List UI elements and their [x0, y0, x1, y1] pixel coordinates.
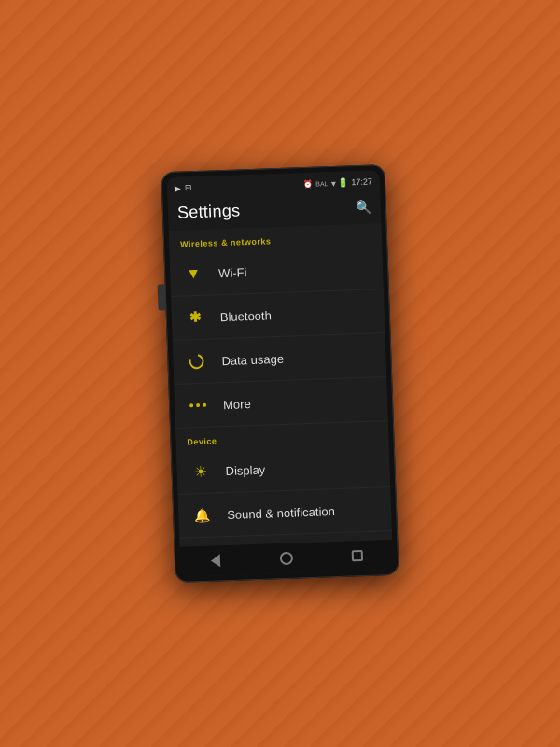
- nav-bar: [179, 540, 393, 577]
- status-left-icons: ▶ ⊟: [175, 183, 192, 193]
- settings-item-data-usage[interactable]: Data usage: [173, 333, 387, 385]
- signal-icon: ▾: [330, 177, 335, 188]
- media-status-icon: ▶: [175, 184, 181, 193]
- data-usage-icon: [184, 349, 209, 374]
- bluetooth-label: Bluetooth: [220, 308, 272, 324]
- bal-label: BAL: [315, 180, 328, 187]
- status-right-info: ⏰ BAL ▾ 🔋 17:27: [303, 176, 372, 190]
- nav-recent-button[interactable]: [348, 546, 368, 566]
- settings-item-sound[interactable]: 🔔 Sound & notification: [177, 487, 392, 539]
- settings-item-more[interactable]: More: [174, 377, 388, 429]
- sound-icon: 🔔: [189, 503, 215, 529]
- wifi-icon: ▼: [181, 261, 206, 287]
- phone-screen: ▶ ⊟ ⏰ BAL ▾ 🔋 17:27 Settings 🔍 Wireless …: [167, 170, 394, 577]
- settings-item-display[interactable]: ☀ Display: [176, 444, 391, 495]
- sim-status-icon: ⊟: [185, 183, 192, 192]
- bluetooth-icon: ✱: [182, 305, 207, 331]
- page-title: Settings: [177, 201, 241, 222]
- phone-device: ▶ ⊟ ⏰ BAL ▾ 🔋 17:27 Settings 🔍 Wireless …: [161, 164, 399, 583]
- back-icon: [211, 554, 220, 567]
- wifi-label: Wi-Fi: [218, 265, 247, 280]
- display-label: Display: [225, 462, 265, 477]
- settings-list: Wireless & networks ▼ Wi-Fi ✱ Bluetooth …: [169, 223, 393, 547]
- more-icon: [186, 393, 211, 418]
- home-icon: [280, 552, 293, 565]
- search-button[interactable]: 🔍: [356, 199, 372, 215]
- alarm-icon: ⏰: [303, 179, 313, 188]
- nav-home-button[interactable]: [277, 549, 297, 569]
- settings-item-wifi[interactable]: ▼ Wi-Fi: [169, 246, 384, 297]
- data-usage-label: Data usage: [221, 351, 284, 367]
- battery-icon: 🔋: [338, 177, 348, 187]
- sound-label: Sound & notification: [227, 504, 335, 522]
- time-display: 17:27: [351, 176, 372, 187]
- display-icon: ☀: [188, 459, 213, 485]
- recent-icon: [352, 550, 363, 561]
- volume-button: [158, 284, 166, 310]
- more-label: More: [223, 397, 251, 412]
- nav-back-button[interactable]: [206, 551, 226, 571]
- settings-item-bluetooth[interactable]: ✱ Bluetooth: [171, 289, 385, 341]
